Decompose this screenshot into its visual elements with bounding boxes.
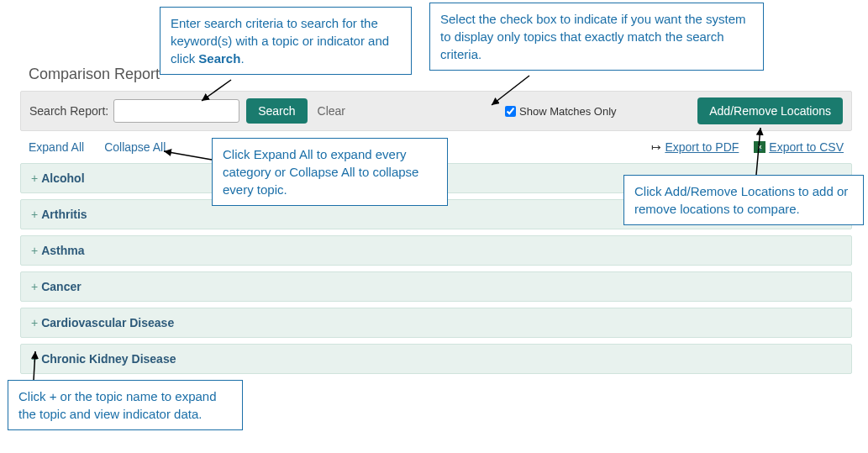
topic-label: Cancer xyxy=(41,280,81,293)
topic-row[interactable]: + Asthma xyxy=(20,235,852,266)
export-pdf-link[interactable]: Export to PDF xyxy=(651,140,739,154)
excel-icon: x xyxy=(754,141,765,153)
callout-search: Enter search criteria to search for the … xyxy=(160,7,412,75)
callout-text-strong: Search xyxy=(198,51,240,66)
export-group: Export to PDF x Export to CSV xyxy=(651,140,844,154)
topic-row[interactable]: + Cardiovascular Disease xyxy=(20,308,852,338)
topic-label: Chronic Kidney Disease xyxy=(41,352,176,366)
clear-button[interactable]: Clear xyxy=(318,104,345,118)
search-input[interactable] xyxy=(113,99,239,123)
expand-all-link[interactable]: Expand All xyxy=(29,140,84,154)
expand-icon[interactable]: + xyxy=(31,244,38,257)
export-pdf-label: Export to PDF xyxy=(665,140,739,154)
collapse-all-link[interactable]: Collapse All xyxy=(104,140,166,154)
search-button[interactable]: Search xyxy=(246,98,307,124)
page-title: Comparison Report xyxy=(29,66,160,83)
show-matches-label: Show Matches Only xyxy=(519,105,617,118)
callout-addremove: Click Add/Remove Locations to add or rem… xyxy=(623,175,864,225)
export-csv-label: Export to CSV xyxy=(769,140,844,154)
show-matches-checkbox-wrap[interactable]: Show Matches Only xyxy=(505,105,617,118)
add-remove-locations-button[interactable]: Add/Remove Locations xyxy=(697,97,843,124)
expand-icon[interactable]: + xyxy=(31,208,38,221)
callout-expand: Click Expand All to expand every categor… xyxy=(212,138,448,206)
expand-icon[interactable]: + xyxy=(31,316,38,329)
search-bar: Search Report: Search Clear Show Matches… xyxy=(20,91,852,131)
topic-label: Asthma xyxy=(41,244,84,257)
export-csv-link[interactable]: x Export to CSV xyxy=(754,140,844,154)
search-label: Search Report: xyxy=(29,104,108,118)
topic-label: Arthritis xyxy=(41,208,87,221)
topic-label: Alcohol xyxy=(41,171,84,185)
callout-checkbox: Select the check box to indicate if you … xyxy=(429,3,764,71)
callout-topic: Click + or the topic name to expand the … xyxy=(8,380,243,430)
topic-row[interactable]: + Cancer xyxy=(20,271,852,302)
expand-icon[interactable]: + xyxy=(31,352,38,366)
share-icon xyxy=(651,140,661,154)
topic-label: Cardiovascular Disease xyxy=(41,316,174,329)
show-matches-checkbox[interactable] xyxy=(505,106,516,117)
callout-text: . xyxy=(240,51,244,66)
expand-icon[interactable]: + xyxy=(31,171,38,185)
expand-icon[interactable]: + xyxy=(31,280,38,293)
topic-row[interactable]: + Chronic Kidney Disease xyxy=(20,344,852,374)
